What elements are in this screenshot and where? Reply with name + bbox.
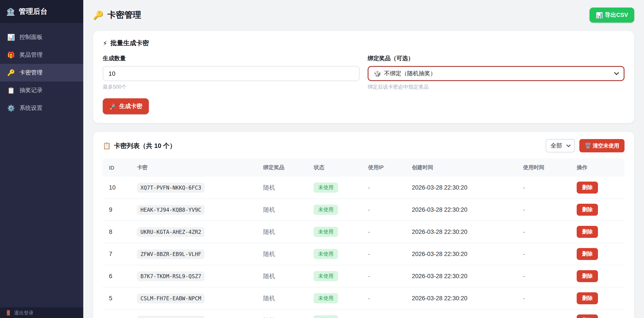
export-csv-button[interactable]: 📊 导出CSV: [590, 8, 634, 22]
clear-unused-button[interactable]: 🗑️ 清空未使用: [579, 139, 624, 152]
delete-button[interactable]: 删除: [577, 248, 598, 260]
row-id: 6: [103, 265, 132, 287]
prize-hint: 绑定后该卡密必中指定奖品: [368, 84, 624, 90]
table-row: 4 G97M-G7MH-733T-R5WJ 随机 未使用 - 2026-03-2…: [103, 309, 624, 318]
table-row: 10 XQ7T-PVFN-NKKQ-6FC3 随机 未使用 - 2026-03-…: [103, 177, 624, 199]
page-title-label: 卡密管理: [108, 9, 141, 21]
status-badge: 未使用: [314, 271, 338, 281]
row-created-time: 2026-03-28 22:30:20: [408, 177, 519, 199]
column-header: 操作: [572, 158, 624, 177]
sidebar-item-settings[interactable]: ⚙️ 系统设置: [0, 99, 83, 117]
status-filter-select[interactable]: 全部: [546, 139, 575, 152]
sidebar-item-dashboard[interactable]: 📊 控制面板: [0, 28, 83, 46]
card-key-chip: XQ7T-PVFN-NKKQ-6FC3: [137, 183, 205, 192]
generate-form: 生成数量 最多500个 绑定奖品（可选） 🎲 不绑定（随机抽奖） 绑定后该卡密必…: [103, 54, 624, 90]
status-badge: 未使用: [314, 249, 338, 259]
row-created-time: 2026-03-28 22:30:20: [408, 221, 519, 243]
quantity-input[interactable]: [103, 66, 360, 81]
logout-button[interactable]: 🚪 退出登录: [0, 307, 83, 318]
delete-button[interactable]: 删除: [577, 182, 598, 194]
key-icon: 🔑: [7, 69, 15, 76]
sidebar-nav: 📊 控制面板 🎁 奖品管理 🔑 卡密管理 📋 抽奖记录 ⚙️ 系统设置: [0, 23, 83, 307]
rocket-icon: 🚀: [110, 103, 116, 110]
row-ip: -: [364, 221, 408, 243]
chevron-down-icon: [566, 142, 571, 147]
delete-button[interactable]: 删除: [577, 226, 598, 238]
row-created-time: 2026-03-28 22:30:20: [408, 309, 519, 318]
table-row: 5 CSLM-FH7E-EABW-NPCM 随机 未使用 - 2026-03-2…: [103, 287, 624, 309]
bar-chart-icon: 📊: [7, 34, 15, 41]
delete-button[interactable]: 删除: [577, 270, 598, 282]
export-csv-label: 导出CSV: [605, 11, 628, 19]
row-created-time: 2026-03-28 22:30:20: [408, 243, 519, 265]
row-ip: -: [364, 177, 408, 199]
lightning-icon: ⚡: [103, 40, 107, 47]
clear-unused-label: 清空未使用: [592, 142, 619, 150]
status-badge: 未使用: [314, 227, 338, 237]
table-row: 9 HEAK-YJ94-KQB8-YV9C 随机 未使用 - 2026-03-2…: [103, 199, 624, 221]
row-prize: 随机: [259, 309, 310, 318]
chevron-down-icon: [614, 70, 619, 75]
main-content: 🔑 卡密管理 📊 导出CSV ⚡ 批量生成卡密 生成数量 最多500个: [83, 0, 644, 318]
list-actions: 全部 🗑️ 清空未使用: [546, 139, 624, 152]
status-badge: 未使用: [314, 204, 338, 215]
prize-select[interactable]: 🎲 不绑定（随机抽奖）: [368, 66, 624, 81]
sidebar-title: 🏦 管理后台: [0, 0, 83, 23]
card-key-chip: HEAK-YJ94-KQB8-YV9C: [137, 205, 205, 214]
table-header-row: ID卡密绑定奖品状态使用IP创建时间使用时间操作: [103, 158, 624, 177]
prize-field: 绑定奖品（可选） 🎲 不绑定（随机抽奖） 绑定后该卡密必中指定奖品: [368, 54, 624, 90]
list-card-title-label: 卡密列表（共 10 个）: [114, 142, 176, 150]
page-title: 🔑 卡密管理: [93, 9, 141, 21]
generate-button[interactable]: 🚀 生成卡密: [103, 98, 149, 114]
row-ip: -: [364, 243, 408, 265]
delete-button[interactable]: 删除: [577, 292, 598, 304]
card-key-chip: UKRU-KGTA-AHEZ-4ZR2: [137, 227, 205, 237]
table-row: 8 UKRU-KGTA-AHEZ-4ZR2 随机 未使用 - 2026-03-2…: [103, 221, 624, 243]
column-header: 绑定奖品: [259, 158, 310, 177]
card-key-chip: ZFWV-8BZR-EB9L-VLHF: [137, 249, 205, 259]
trash-icon: 🗑️: [585, 142, 591, 149]
bank-icon: 🏦: [6, 7, 15, 16]
row-used-time: -: [519, 287, 572, 309]
row-id: 9: [103, 199, 132, 221]
row-ip: -: [364, 199, 408, 221]
clipboard-icon: 📋: [7, 87, 15, 94]
row-id: 7: [103, 243, 132, 265]
card-key-chip: B7K7-TKDM-RSL9-QSZ7: [137, 271, 205, 281]
generate-card: ⚡ 批量生成卡密 生成数量 最多500个 绑定奖品（可选） 🎲 不绑定（随机抽奖…: [93, 31, 634, 123]
prize-label: 绑定奖品（可选）: [368, 54, 624, 62]
sidebar-item-label: 控制面板: [20, 33, 42, 41]
row-used-time: -: [519, 309, 572, 318]
column-header: 状态: [310, 158, 364, 177]
gear-icon: ⚙️: [7, 104, 15, 112]
column-header: 使用时间: [519, 158, 572, 177]
row-prize: 随机: [259, 199, 310, 221]
row-used-time: -: [519, 243, 572, 265]
clipboard-icon: 📋: [103, 142, 111, 150]
column-header: ID: [103, 158, 132, 177]
row-used-time: -: [519, 265, 572, 287]
sidebar-title-label: 管理后台: [19, 7, 48, 16]
status-badge: 未使用: [314, 182, 338, 193]
generate-card-title-label: 批量生成卡密: [110, 39, 149, 48]
gift-icon: 🎁: [7, 52, 15, 58]
sidebar-item-label: 系统设置: [20, 104, 42, 112]
sidebar-item-cardkeys[interactable]: 🔑 卡密管理: [0, 64, 83, 82]
list-card-title: 📋 卡密列表（共 10 个）: [103, 142, 176, 150]
card-key-chip: CSLM-FH7E-EABW-NPCM: [137, 294, 205, 303]
row-used-time: -: [519, 221, 572, 243]
sidebar: 🏦 管理后台 📊 控制面板 🎁 奖品管理 🔑 卡密管理 📋 抽奖记录 ⚙️ 系统…: [0, 0, 83, 318]
row-ip: -: [364, 265, 408, 287]
table-body: 10 XQ7T-PVFN-NKKQ-6FC3 随机 未使用 - 2026-03-…: [103, 177, 624, 318]
card-key-chip: G97M-G7MH-733T-R5WJ: [137, 316, 205, 318]
list-card: 📋 卡密列表（共 10 个） 全部 🗑️ 清空未使用: [93, 132, 634, 318]
row-prize: 随机: [259, 287, 310, 309]
row-id: 5: [103, 287, 132, 309]
table-row: 7 ZFWV-8BZR-EB9L-VLHF 随机 未使用 - 2026-03-2…: [103, 243, 624, 265]
sidebar-item-records[interactable]: 📋 抽奖记录: [0, 82, 83, 99]
delete-button[interactable]: 删除: [577, 314, 598, 318]
sidebar-item-label: 卡密管理: [20, 69, 42, 76]
row-prize: 随机: [259, 177, 310, 199]
delete-button[interactable]: 删除: [577, 204, 598, 216]
sidebar-item-prizes[interactable]: 🎁 奖品管理: [0, 46, 83, 64]
